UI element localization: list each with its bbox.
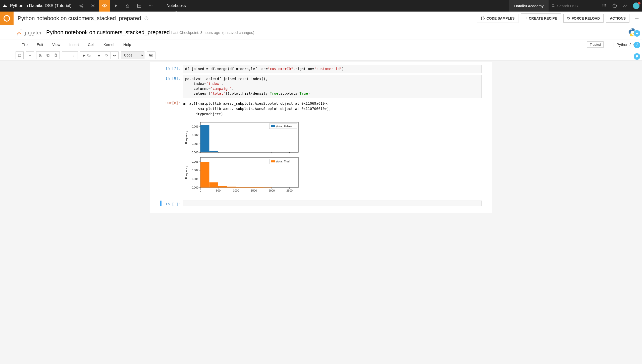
search-input[interactable] [557, 4, 596, 8]
force-reload-button[interactable]: ↻FORCE RELOAD [563, 14, 604, 23]
svg-text:(total, False): (total, False) [276, 125, 292, 128]
paste-button[interactable] [52, 51, 60, 59]
svg-text:0.002: 0.002 [191, 134, 198, 137]
command-palette-button[interactable] [147, 51, 155, 59]
svg-rect-34 [151, 55, 151, 56]
user-avatar[interactable] [630, 3, 642, 9]
play-icon[interactable] [110, 0, 122, 12]
move-up-button[interactable]: ↑ [62, 51, 70, 59]
menu-file[interactable]: File [17, 41, 32, 48]
svg-rect-46 [200, 125, 209, 152]
menu-cell[interactable]: Cell [83, 41, 99, 48]
svg-point-21 [146, 18, 147, 19]
tab-notebooks[interactable]: Notebooks [162, 0, 191, 12]
cell-in-7[interactable]: In [7]: df_joined = df.merge(df_orders,l… [160, 65, 482, 73]
stop-button[interactable]: ■ [95, 51, 103, 59]
svg-text:0.001: 0.001 [191, 142, 198, 145]
svg-rect-70 [218, 186, 227, 188]
prompt-in-8: In [8]: [160, 75, 183, 98]
jupyter-logo-text: jupyter [25, 29, 42, 36]
svg-rect-71 [227, 187, 236, 188]
code-input-7[interactable]: df_joined = df.merge(df_orders,left_on="… [183, 65, 482, 73]
svg-text:500: 500 [216, 189, 221, 192]
side-stripe: + i [632, 25, 642, 60]
svg-text:Frequency: Frequency [185, 131, 188, 144]
dashboard-icon[interactable] [133, 0, 145, 12]
restart-run-all-button[interactable]: ▸▸ [111, 51, 119, 59]
cell-in-8[interactable]: In [8]: pd.pivot_table(df_joined.reset_i… [160, 75, 482, 98]
jupyter-logo-icon [16, 29, 23, 36]
svg-text:0.001: 0.001 [191, 177, 198, 180]
output-text-8: array([<matplotlib.axes._subplots.AxesSu… [183, 99, 482, 118]
svg-point-1 [82, 4, 83, 5]
restart-button[interactable]: ↻ [103, 51, 111, 59]
menu-help[interactable]: Help [119, 41, 136, 48]
create-recipe-button[interactable]: +CREATE RECIPE [521, 13, 561, 23]
svg-rect-75 [263, 187, 272, 188]
checkpoint-text: Last Checkpoint: 3 hours ago [171, 30, 220, 35]
celltype-select[interactable]: Code [121, 51, 144, 59]
svg-rect-16 [604, 7, 605, 7]
academy-link[interactable]: Dataiku Academy [509, 0, 549, 12]
notebook-title: Python notebook on customers_stacked_pre… [14, 15, 149, 22]
recipe-icon[interactable] [87, 0, 99, 12]
stack-icon[interactable] [122, 0, 133, 12]
svg-point-20 [145, 17, 148, 20]
save-button[interactable] [16, 51, 24, 59]
svg-point-23 [17, 34, 18, 35]
svg-text:0.002: 0.002 [191, 169, 198, 172]
svg-rect-68 [200, 162, 209, 188]
help-icon[interactable] [609, 0, 620, 12]
jupyter-logo[interactable]: jupyter [16, 29, 42, 36]
more-icon[interactable] [145, 0, 156, 12]
kernel-name: Python 2 [617, 42, 631, 47]
svg-rect-15 [603, 7, 603, 7]
menu-edit[interactable]: Edit [32, 41, 48, 48]
notebook-type-icon [0, 12, 14, 25]
collapse-arrow-icon[interactable]: ← [632, 15, 642, 22]
svg-point-22 [21, 29, 22, 30]
top-navbar: Python in Dataiku DSS (Tutorial) Noteboo… [0, 0, 642, 12]
code-input-8[interactable]: pd.pivot_table(df_joined.reset_index(), … [183, 75, 482, 98]
notebook-scroll[interactable]: In [7]: df_joined = df.merge(df_orders,l… [0, 61, 642, 364]
svg-text:(total, True): (total, True) [276, 160, 290, 163]
svg-text:0.003: 0.003 [191, 160, 198, 163]
add-cell-button[interactable]: + [26, 51, 34, 59]
side-info-icon[interactable]: i [634, 42, 640, 48]
project-title[interactable]: Python in Dataiku DSS (Tutorial) [10, 3, 76, 8]
trusted-badge[interactable]: Trusted [587, 41, 604, 48]
jupyter-notebook-name[interactable]: Python notebook on customers_stacked_pre… [46, 29, 170, 36]
cell-empty[interactable]: In [ ]: [160, 201, 482, 206]
notebook-title-text: Python notebook on customers_stacked_pre… [18, 15, 141, 22]
cell-out-8: Out[8]: array([<matplotlib.axes._subplot… [160, 99, 482, 118]
code-input-empty[interactable] [183, 201, 482, 206]
svg-text:0.003: 0.003 [191, 125, 198, 128]
move-down-button[interactable]: ↓ [70, 51, 78, 59]
svg-text:0.000: 0.000 [191, 151, 198, 154]
svg-text:1000: 1000 [233, 189, 239, 192]
code-icon[interactable] [99, 0, 110, 12]
actions-button[interactable]: ACTIONS [606, 14, 629, 23]
apps-icon[interactable] [599, 0, 609, 12]
code-samples-button[interactable]: {}CODE SAMPLES [477, 14, 518, 23]
menu-insert[interactable]: Insert [65, 41, 83, 48]
menu-view[interactable]: View [48, 41, 65, 48]
svg-text:2500: 2500 [286, 189, 292, 192]
notebook-container: In [7]: df_joined = df.merge(df_orders,l… [150, 62, 492, 213]
flow-icon[interactable] [76, 0, 87, 12]
copy-button[interactable] [44, 51, 52, 59]
menu-kernel[interactable]: Kernel [99, 41, 119, 48]
svg-rect-14 [605, 6, 606, 6]
target-icon[interactable] [144, 16, 149, 21]
side-chat-icon[interactable] [634, 53, 640, 60]
side-add-icon[interactable]: + [634, 30, 640, 37]
search-box[interactable] [549, 0, 599, 12]
cut-button[interactable] [36, 51, 44, 59]
svg-rect-9 [603, 4, 603, 5]
search-icon [552, 4, 555, 8]
dataiku-logo-icon[interactable] [0, 3, 10, 9]
prompt-empty: In [ ]: [162, 201, 183, 206]
jupyter-menubar: File Edit View Insert Cell Kernel Help T… [0, 39, 642, 50]
activity-icon[interactable] [620, 0, 630, 12]
run-button[interactable]: ▶Run [80, 51, 95, 59]
